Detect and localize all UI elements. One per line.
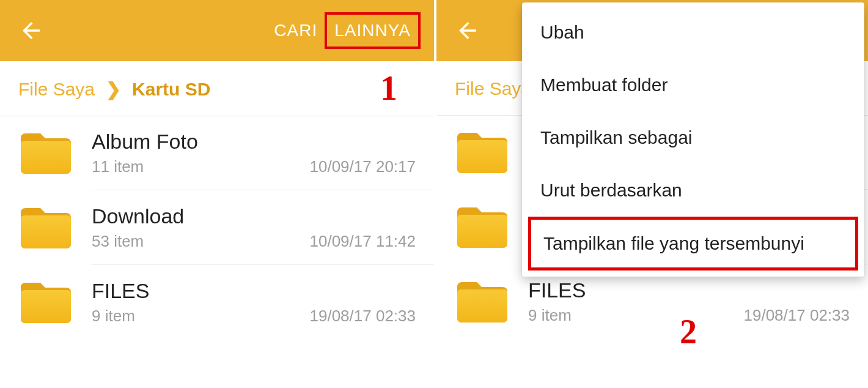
breadcrumb-root[interactable]: File Saya bbox=[455, 78, 531, 99]
folder-icon bbox=[18, 279, 73, 326]
folder-icon bbox=[18, 204, 73, 251]
menu-item-show-hidden[interactable]: Tampilkan file yang tersembunyi bbox=[528, 217, 858, 270]
back-button[interactable] bbox=[450, 13, 485, 48]
folder-list: Album Foto 11 item 10/09/17 20:17 Downlo… bbox=[0, 116, 434, 339]
folder-name: FILES bbox=[92, 279, 310, 303]
folder-name: FILES bbox=[528, 278, 744, 302]
folder-name: Download bbox=[92, 204, 310, 228]
more-action[interactable]: LAINNYA bbox=[325, 12, 421, 49]
list-item[interactable]: Download 53 item 10/09/17 11:42 bbox=[0, 190, 434, 264]
step-number-1: 1 bbox=[380, 69, 397, 108]
folder-count: 11 item bbox=[92, 157, 310, 176]
folder-date: 19/08/17 02:33 bbox=[310, 281, 416, 326]
list-item[interactable]: FILES 9 item 19/08/17 02:33 bbox=[0, 265, 434, 339]
folder-date: 19/08/17 02:33 bbox=[744, 280, 850, 325]
menu-item-sort-by[interactable]: Urut berdasarkan bbox=[522, 164, 864, 217]
breadcrumb-root[interactable]: File Saya bbox=[18, 79, 95, 100]
search-action[interactable]: CARI bbox=[267, 15, 325, 47]
folder-icon bbox=[455, 278, 510, 325]
screenshot-step-1: CARI LAINNYA File Saya ❯ Kartu SD 1 Albu… bbox=[0, 0, 434, 388]
chevron-right-icon: ❯ bbox=[106, 78, 121, 100]
folder-date: 10/09/17 11:42 bbox=[310, 206, 416, 251]
folder-date: 10/09/17 20:17 bbox=[310, 132, 416, 176]
folder-name: Album Foto bbox=[92, 130, 310, 154]
screenshot-step-2: File Saya Album Foto 11 item 10/09/17 20… bbox=[434, 0, 868, 388]
back-button[interactable] bbox=[13, 13, 49, 48]
app-bar: CARI LAINNYA bbox=[0, 0, 434, 61]
folder-icon bbox=[455, 129, 510, 176]
menu-item-edit[interactable]: Ubah bbox=[522, 6, 864, 59]
breadcrumb: File Saya ❯ Kartu SD bbox=[0, 61, 434, 116]
folder-icon bbox=[18, 130, 73, 176]
folder-count: 9 item bbox=[528, 306, 744, 325]
menu-item-view-as[interactable]: Tampilkan sebagai bbox=[522, 111, 864, 164]
more-menu: Ubah Membuat folder Tampilkan sebagai Ur… bbox=[522, 2, 864, 277]
folder-count: 9 item bbox=[92, 307, 310, 326]
list-item[interactable]: Album Foto 11 item 10/09/17 20:17 bbox=[0, 116, 434, 190]
step-number-2: 2 bbox=[680, 312, 697, 351]
folder-count: 53 item bbox=[92, 232, 310, 251]
menu-item-new-folder[interactable]: Membuat folder bbox=[522, 59, 864, 111]
folder-icon bbox=[455, 204, 510, 250]
breadcrumb-current: Kartu SD bbox=[132, 79, 210, 100]
